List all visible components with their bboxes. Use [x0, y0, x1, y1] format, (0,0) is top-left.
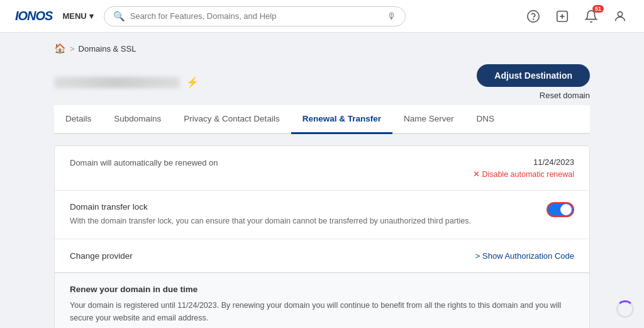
menu-button[interactable]: MENU ▾	[62, 11, 93, 21]
transfer-lock-left: Domain transfer lock With the domain tra…	[70, 202, 547, 227]
add-icon[interactable]	[553, 8, 571, 25]
change-provider-row: Change provider > Show Authorization Cod…	[55, 239, 589, 273]
tab-renewal-transfer[interactable]: Renewal & Transfer	[291, 105, 392, 134]
breadcrumb-current: Domains & SSL	[79, 44, 136, 54]
top-navigation: IONOS MENU ▾ 🔍 🎙 51	[0, 0, 644, 33]
home-icon[interactable]: 🏠	[54, 43, 66, 54]
x-icon: ✕	[473, 169, 480, 179]
loading-spinner	[616, 300, 634, 318]
domain-name-blurred	[54, 77, 180, 88]
breadcrumb: 🏠 > Domains & SSL	[54, 43, 590, 54]
content-panel: Domain will automatically be renewed on …	[54, 145, 590, 328]
chevron-down-icon: ▾	[89, 11, 94, 21]
transfer-lock-desc: With the domain transfer lock, you can e…	[70, 215, 547, 227]
menu-label: MENU	[62, 11, 86, 21]
ionos-logo: IONOS	[15, 9, 52, 23]
domain-header: ⚡ Adjust Destination Reset domain	[54, 64, 590, 100]
renewal-row-right: 11/24/2023 ✕ Disable automatic renewal	[473, 157, 574, 179]
change-provider-left: Change provider	[70, 251, 475, 261]
tab-bar: Details Subdomains Privacy & Contact Det…	[54, 105, 590, 134]
tab-details[interactable]: Details	[54, 105, 103, 134]
tab-privacy-contact[interactable]: Privacy & Contact Details	[172, 105, 291, 134]
search-bar[interactable]: 🔍 🎙	[104, 6, 406, 26]
renewal-info-box: Renew your domain in due time Your domai…	[55, 273, 589, 328]
domain-name-area: ⚡	[54, 76, 199, 88]
transfer-lock-toggle-container[interactable]	[547, 202, 574, 217]
svg-point-0	[528, 10, 539, 21]
main-content: 🏠 > Domains & SSL ⚡ Adjust Destination R…	[39, 33, 605, 328]
renewal-info-desc: Your domain is registered until 11/24/20…	[70, 299, 574, 324]
transfer-lock-right	[547, 202, 574, 217]
tab-dns[interactable]: DNS	[465, 105, 506, 134]
disable-label: Disable automatic renewal	[482, 170, 574, 179]
tab-subdomains[interactable]: Subdomains	[103, 105, 172, 134]
renewal-info-title: Renew your domain in due time	[70, 285, 574, 294]
show-authorization-link[interactable]: > Show Authorization Code	[475, 251, 574, 261]
transfer-lock-toggle[interactable]	[547, 202, 574, 217]
microphone-icon: 🎙	[387, 11, 396, 21]
breadcrumb-separator: >	[70, 44, 75, 54]
change-provider-label: Change provider	[70, 251, 133, 261]
notification-icon[interactable]: 51	[582, 8, 600, 25]
domain-actions: Adjust Destination Reset domain	[477, 64, 590, 100]
renewal-row-left: Domain will automatically be renewed on	[70, 157, 473, 167]
transfer-lock-title: Domain transfer lock	[70, 202, 547, 212]
adjust-destination-button[interactable]: Adjust Destination	[477, 64, 590, 87]
change-provider-right: > Show Authorization Code	[475, 251, 574, 261]
svg-point-1	[533, 19, 534, 20]
notification-badge: 51	[592, 5, 604, 13]
disable-renewal-link[interactable]: ✕ Disable automatic renewal	[473, 169, 574, 179]
help-icon[interactable]	[525, 8, 542, 25]
tab-name-server[interactable]: Name Server	[392, 105, 465, 134]
search-input[interactable]	[130, 11, 382, 21]
search-icon: 🔍	[113, 11, 125, 22]
renewal-label: Domain will automatically be renewed on	[70, 158, 218, 167]
renewal-date-value: 11/24/2023	[473, 157, 574, 167]
user-icon[interactable]	[611, 8, 629, 25]
reset-domain-link[interactable]: Reset domain	[477, 91, 590, 100]
domain-info-icon[interactable]: ⚡	[186, 76, 199, 88]
svg-point-5	[618, 11, 622, 16]
renewal-row: Domain will automatically be renewed on …	[55, 146, 589, 191]
transfer-lock-row: Domain transfer lock With the domain tra…	[55, 191, 589, 239]
nav-icon-group: 51	[525, 8, 629, 25]
